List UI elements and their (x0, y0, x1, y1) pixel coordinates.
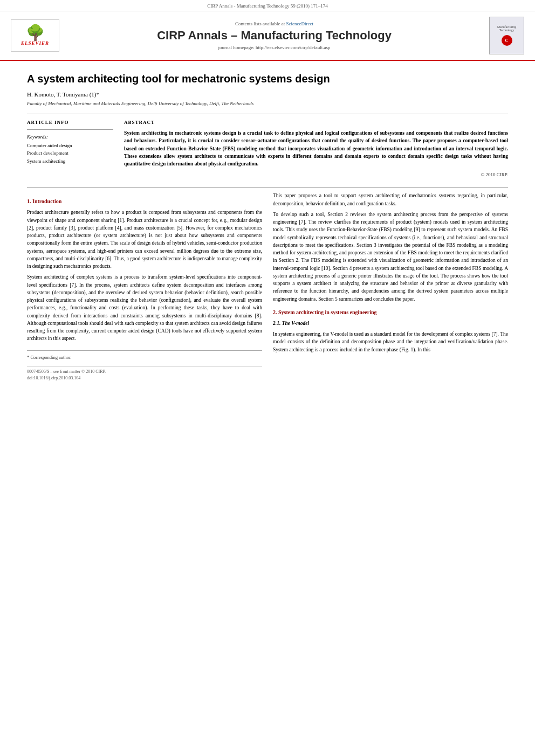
thumb-icon: C (502, 35, 512, 46)
keyword-2: Product development (27, 149, 113, 157)
elsevier-brand: ELSEVIER (21, 40, 49, 46)
body-columns: 1. Introduction Product architecture gen… (27, 192, 508, 382)
keyword-1: Computer aided design (27, 142, 113, 149)
footer-line2: doi:10.1016/j.cirp.2010.03.104 (27, 375, 262, 382)
left-body-col: 1. Introduction Product architecture gen… (27, 192, 262, 382)
footer-line1: 0007-8506/$ – see front matter © 2010 CI… (27, 369, 262, 375)
section2-subheading: 2.1. The V-model (273, 320, 508, 327)
right-para2: To develop such a tool, Section 2 review… (273, 211, 508, 303)
tree-icon: 🌳 (26, 25, 45, 40)
right-para1: This paper proposes a tool to support sy… (273, 192, 508, 207)
section2-heading: 2. System architecting in systems engine… (273, 308, 508, 316)
keywords-list: Computer aided design Product developmen… (27, 142, 113, 165)
keywords-label: Keywords: (27, 134, 113, 140)
paper-affiliation: Faculty of Mechanical, Maritime and Mate… (27, 101, 508, 106)
elsevier-logo: 🌳 ELSEVIER (11, 19, 59, 52)
keyword-3: System architecting (27, 157, 113, 165)
copyright: © 2010 CIRP. (124, 172, 508, 177)
footer-bar: 0007-8506/$ – see front matter © 2010 CI… (27, 366, 262, 382)
journal-name: CIRP Annals – Manufacturing Technology (59, 29, 489, 43)
info-divider (27, 129, 113, 130)
thumb-label: ManufacturingTechnology (497, 25, 517, 32)
paper-authors: H. Komoto, T. Tomiyama (1)* (27, 91, 508, 98)
article-info-abstract: ARTICLE INFO Keywords: Computer aided de… (27, 120, 508, 177)
paper-container: A system architecting tool for mechatron… (0, 61, 535, 387)
abstract-col: ABSTRACT System architecting in mechatro… (124, 120, 508, 177)
section2-para1: In systems engineering, the V-model is u… (273, 330, 508, 353)
journal-header: 🌳 ELSEVIER Contents lists available at S… (0, 11, 535, 61)
top-bar: CIRP Annals - Manufacturing Technology 5… (0, 0, 535, 11)
header-divider (27, 114, 508, 114)
section1-heading: 1. Introduction (27, 197, 262, 205)
abstract-text: System architecting in mechatronic syste… (124, 129, 508, 168)
paper-title: A system architecting tool for mechatron… (27, 72, 508, 86)
abstract-heading: ABSTRACT (124, 120, 508, 125)
journal-title-block: Contents lists available at ScienceDirec… (59, 21, 489, 50)
right-body-col: This paper proposes a tool to support sy… (273, 192, 508, 382)
article-info-col: ARTICLE INFO Keywords: Computer aided de… (27, 120, 113, 177)
contents-available: Contents lists available at ScienceDirec… (59, 21, 489, 26)
footnote-area: * Corresponding author. (27, 350, 262, 361)
body-divider (27, 187, 508, 188)
journal-citation: CIRP Annals - Manufacturing Technology 5… (207, 3, 328, 9)
journal-thumbnail: ManufacturingTechnology C (489, 17, 524, 54)
section1-para2: System architecting of complex systems i… (27, 273, 262, 342)
sciencedirect-link[interactable]: ScienceDirect (286, 21, 313, 26)
article-info-heading: ARTICLE INFO (27, 120, 113, 125)
journal-url: journal homepage: http://ees.elsevier.co… (59, 45, 489, 50)
footnote-corresponding: * Corresponding author. (27, 354, 262, 361)
section1-para1: Product architecture generally refers to… (27, 209, 262, 270)
